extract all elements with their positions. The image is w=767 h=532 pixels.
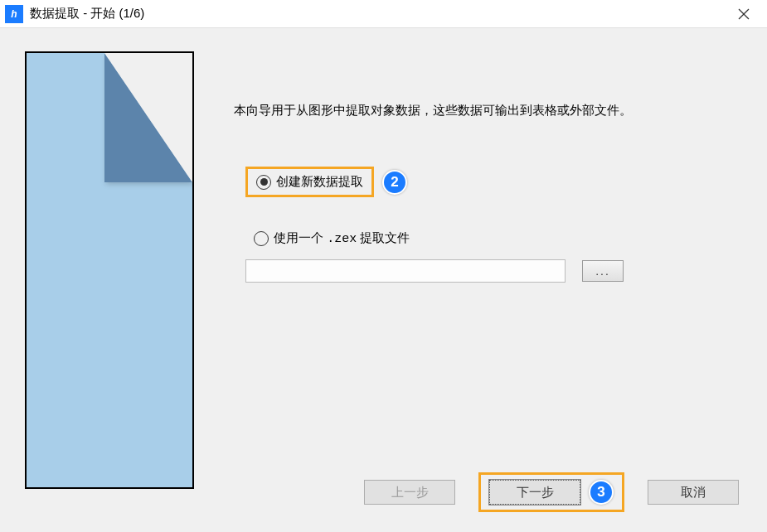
cancel-button[interactable]: 取消: [648, 480, 739, 505]
close-icon[interactable]: [729, 2, 759, 26]
titlebar: h 数据提取 - 开始 (1/6): [0, 0, 767, 28]
preview-image: [25, 51, 194, 489]
option-create-new-row: 创建新数据提取 2: [245, 167, 739, 197]
next-button[interactable]: 下一步: [489, 480, 580, 505]
prev-button[interactable]: 上一步: [364, 480, 455, 505]
app-icon: h: [5, 5, 23, 23]
step-badge-3: 3: [589, 480, 614, 505]
option-use-file-wrap: 使用一个 .zex 提取文件: [245, 225, 418, 251]
radio-create-new-label[interactable]: 创建新数据提取: [276, 174, 363, 190]
window-title: 数据提取 - 开始 (1/6): [30, 6, 144, 22]
options-panel: 本向导用于从图形中提取对象数据，这些数据可输出到表格或外部文件。 创建新数据提取…: [234, 51, 739, 517]
wizard-buttons: 上一步 下一步 3 取消: [364, 472, 739, 512]
option-create-new-highlight: 创建新数据提取: [245, 167, 374, 197]
use-file-prefix: 使用一个: [274, 230, 327, 244]
extraction-mode-group: 创建新数据提取 2 使用一个 .zex 提取文件 ...: [234, 167, 739, 283]
radio-create-new[interactable]: [256, 175, 271, 190]
use-file-suffix: 提取文件: [357, 230, 410, 244]
option-use-file-row: 使用一个 .zex 提取文件: [245, 225, 739, 251]
titlebar-left: h 数据提取 - 开始 (1/6): [5, 5, 144, 23]
file-path-input[interactable]: [245, 259, 566, 283]
radio-use-file[interactable]: [254, 231, 269, 246]
next-button-highlight: 下一步 3: [478, 472, 624, 512]
wizard-description: 本向导用于从图形中提取对象数据，这些数据可输出到表格或外部文件。: [234, 103, 739, 118]
wizard-content: 本向导用于从图形中提取对象数据，这些数据可输出到表格或外部文件。 创建新数据提取…: [0, 28, 767, 532]
step-badge-2: 2: [382, 170, 407, 195]
radio-use-file-label[interactable]: 使用一个 .zex 提取文件: [274, 230, 410, 246]
browse-button[interactable]: ...: [582, 260, 624, 282]
use-file-ext: .zex: [327, 232, 357, 246]
preview-panel: [25, 51, 194, 517]
file-select-row: ...: [245, 259, 739, 283]
